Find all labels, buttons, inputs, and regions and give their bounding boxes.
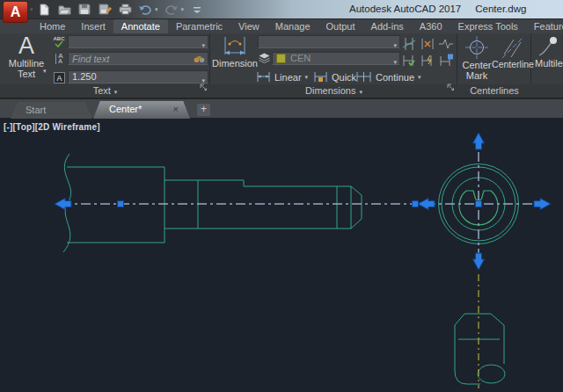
layer-name: CEN [290, 53, 311, 63]
tab-annotate[interactable]: Annotate [113, 19, 168, 33]
file-tab-center[interactable]: Center* × [93, 101, 190, 119]
plot-printer-icon [119, 4, 132, 15]
new-drawing-tab-button[interactable]: + [197, 104, 210, 116]
reassociate-dimension-button[interactable] [437, 53, 455, 68]
centerlines-panel-label[interactable]: Centerlines [457, 84, 531, 98]
selected-centerlines[interactable] [62, 152, 535, 258]
panel-centerlines: Center Mark Centerline Centerlines [457, 33, 531, 98]
centerline-label: Centerline [492, 59, 534, 69]
text-scale-button[interactable]: A A [53, 52, 66, 66]
close-tab-icon[interactable]: × [173, 101, 179, 117]
square-grip[interactable] [118, 201, 124, 207]
centerline-button[interactable]: Centerline [494, 36, 531, 69]
text-panel-launcher[interactable] [200, 79, 208, 95]
text-height-value: 1.250 [72, 71, 97, 82]
tab-view[interactable]: View [230, 19, 267, 33]
multiline-text-label-2: Text [18, 69, 35, 79]
jog-line-button[interactable] [437, 36, 455, 51]
dimension-style-dropdown[interactable]: ▾ [258, 35, 400, 48]
linear-dimension-button[interactable]: Linear ▾ [256, 71, 308, 83]
file-tab-bar: Start Center* × + [0, 99, 563, 119]
dimensions-panel-title: Dimensions [305, 85, 355, 96]
continue-dimension-button[interactable]: Continue ▾ [355, 71, 421, 83]
autocad-window: ▾ ▾ Autodesk AutoCAD 2017Center.dwg A ▾ … [0, 0, 563, 392]
arrow-grip-circle-right[interactable] [534, 199, 551, 210]
layer-color-swatch [276, 54, 286, 63]
shaft-side-view[interactable] [63, 154, 362, 252]
tab-featured-apps[interactable]: Featured Apps [526, 19, 563, 33]
redo-dropdown-caret-icon[interactable]: ▾ [181, 6, 185, 13]
file-tab-start[interactable]: Start [11, 102, 92, 119]
update-dimension-button[interactable] [419, 53, 436, 68]
tab-output[interactable]: Output [318, 19, 363, 33]
adjust-space-button[interactable] [419, 36, 436, 51]
ribbon-tab-bar: Home Insert Annotate Parametric View Man… [0, 19, 563, 33]
dimension-layer-button[interactable] [258, 52, 270, 64]
check-spelling-button[interactable]: ABC [52, 35, 66, 49]
multiline-text-caret-icon[interactable]: ▾ [43, 68, 47, 75]
linear-dimension-icon [256, 71, 271, 83]
dimension-layer-dropdown[interactable]: CEN ▾ [272, 52, 400, 65]
find-binoculars-icon[interactable] [194, 54, 205, 63]
selection-grips[interactable] [55, 133, 551, 270]
text-panel-label[interactable]: Text▾ [0, 84, 210, 98]
start-tab-label: Start [26, 105, 46, 115]
tab-express-tools[interactable]: Express Tools [450, 19, 526, 33]
center-mark-button[interactable]: Center Mark [459, 35, 494, 81]
tab-manage[interactable]: Manage [267, 19, 318, 33]
arrow-grip-left[interactable] [55, 199, 71, 210]
tab-a360[interactable]: A360 [412, 19, 450, 33]
model-space-drawing[interactable] [0, 119, 563, 392]
inspect-dimension-button[interactable] [400, 53, 418, 68]
centerline-icon [501, 36, 525, 59]
undo-dropdown-caret-icon[interactable]: ▾ [155, 6, 158, 13]
arrow-grip-circle-left[interactable] [418, 199, 435, 210]
text-height-combo[interactable]: 1.250 ▾ [68, 70, 208, 83]
customize-qat-button[interactable] [190, 3, 204, 16]
dimension-style-caret-icon: ▾ [393, 40, 397, 51]
find-text-field[interactable] [68, 52, 208, 65]
new-file-button[interactable] [37, 3, 51, 16]
dimensions-panel-label[interactable]: Dimensions▾ [210, 84, 457, 98]
redo-button[interactable] [165, 3, 179, 16]
open-folder-icon [58, 4, 71, 15]
quick-access-toolbar: ▾ ▾ [37, 3, 204, 16]
drawing-canvas[interactable]: [-][Top][2D Wireframe] [0, 119, 563, 392]
save-button[interactable] [77, 3, 91, 16]
title-bar: ▾ ▾ Autodesk AutoCAD 2017Center.dwg [0, 0, 563, 19]
adjust-space-icon [420, 37, 435, 51]
tab-insert[interactable]: Insert [73, 19, 113, 33]
save-as-icon [99, 4, 112, 15]
plot-button[interactable] [118, 3, 132, 16]
customize-toolbar-icon [193, 5, 201, 14]
text-height-button[interactable]: A [53, 71, 66, 84]
text-height-icon: A [54, 72, 65, 83]
text-style-dropdown[interactable]: ▾ [68, 35, 208, 48]
tab-parametric[interactable]: Parametric [168, 19, 230, 33]
multileader-icon [537, 35, 559, 58]
arrow-grip-bottom[interactable] [473, 253, 485, 270]
bottom-detail-view[interactable] [455, 314, 505, 384]
dimension-break-button[interactable] [400, 36, 418, 51]
dimension-button[interactable]: Dimension [213, 35, 257, 69]
open-file-button[interactable] [57, 3, 71, 16]
save-as-button[interactable] [98, 3, 112, 16]
multileader-button[interactable]: Multileader [535, 35, 563, 69]
arrow-grip-top[interactable] [473, 133, 485, 149]
dimensions-panel-caret-icon: ▾ [359, 89, 362, 95]
application-menu-button[interactable]: A [3, 1, 28, 23]
dimensions-panel-launcher[interactable] [447, 79, 455, 95]
panel-leaders: Multileader [531, 33, 563, 98]
multiline-text-icon: A [18, 34, 34, 58]
find-text-input[interactable] [72, 53, 204, 64]
undo-button[interactable] [138, 3, 152, 16]
quick-dimension-button[interactable]: Quick [313, 71, 356, 83]
panel-dimensions: Dimension ▾ CEN ▾ Linear ▾ Quick [210, 33, 457, 98]
center-grip[interactable] [476, 201, 482, 207]
continue-dimension-icon [355, 71, 372, 83]
tab-add-ins[interactable]: Add-ins [363, 19, 412, 33]
tab-home[interactable]: Home [32, 19, 73, 33]
dimension-button-label: Dimension [212, 58, 258, 69]
application-menu-caret-icon[interactable]: ▾ [30, 6, 33, 13]
dimension-icon [222, 35, 248, 58]
